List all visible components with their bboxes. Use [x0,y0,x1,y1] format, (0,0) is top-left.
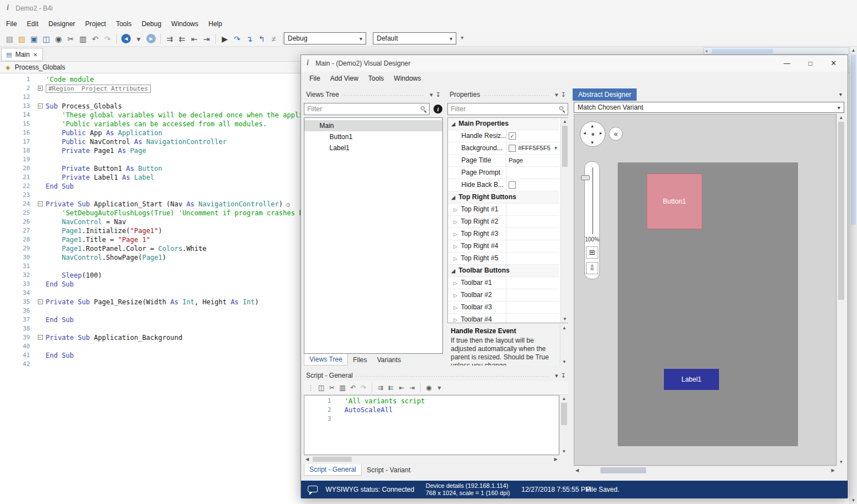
step-out-icon[interactable]: ↰ [255,33,268,45]
expand-icon[interactable]: ▷ [454,317,457,323]
scroll-down-icon[interactable]: ▼ [560,449,568,454]
zoom-slider-thumb[interactable] [581,175,590,180]
scrollbar-thumb[interactable] [600,467,646,473]
tab-close-icon[interactable]: ✕ [33,52,37,58]
property-value[interactable] [506,240,559,252]
scroll-up-icon[interactable]: ▲ [561,119,569,124]
property-value[interactable] [506,314,559,323]
toolbar-overflow-icon[interactable]: ▾ [434,383,445,393]
tree-item[interactable]: Label1 [304,142,442,154]
expand-icon[interactable]: ▷ [454,207,457,213]
expand-icon[interactable]: ▷ [454,231,457,237]
property-value[interactable] [506,277,559,289]
tab-main[interactable]: ▤ Main ✕ [1,48,43,61]
pan-down-icon[interactable]: ▾ [591,140,594,145]
menu-item[interactable]: Windows [389,72,426,85]
fold-toggle-icon[interactable]: − [35,298,46,307]
fold-toggle-icon[interactable]: + [35,84,46,93]
step-over-icon[interactable]: ↷ [231,33,243,45]
cut-icon[interactable]: ✂ [65,33,77,45]
outdent-icon[interactable]: ⇤ [396,383,407,393]
save-icon[interactable]: ▣ [28,33,40,45]
scrollbar-thumb[interactable] [562,126,568,167]
tab-script-general[interactable]: Script - General [304,464,362,476]
zoom-slider[interactable] [592,167,593,234]
menu-item[interactable]: Tools [111,17,136,31]
property-value[interactable] [506,302,559,313]
menu-item[interactable]: File [304,72,325,85]
properties-scrollbar[interactable]: ▲ ▼ [560,118,569,323]
fold-toggle-icon[interactable]: − [35,333,46,342]
new-file-icon[interactable]: ▤ [3,33,16,45]
debug-mode-select[interactable]: Debug ▾ [284,32,366,45]
close-button[interactable]: ✕ [824,57,843,70]
run-icon[interactable]: ▶ [219,33,231,45]
property-value[interactable]: #FFF5F5F5▾ [506,142,559,154]
cut-icon[interactable]: ✂ [327,383,337,393]
expand-icon[interactable]: ▷ [454,219,457,225]
fit-to-screen-icon[interactable]: ⊞ [586,246,598,259]
menu-item[interactable]: File [1,17,22,31]
code-line[interactable]: 2AutoScaleAll [304,406,559,414]
uncomment-icon[interactable]: ⇇ [386,383,396,393]
tree-item-main[interactable]: Main [304,120,442,131]
canvas-vertical-scrollbar[interactable]: ▲ ▼ [836,114,845,466]
navigate-back-list-icon[interactable]: ▾ [132,33,145,45]
help-scrollbar[interactable]: ▲ ▼ [560,324,568,365]
property-row[interactable]: Handle Resiz...✓ [448,130,559,142]
expand-icon[interactable]: ▷ [454,256,457,261]
script-editor[interactable]: 1'All variants script2AutoScaleAll3 [304,395,559,455]
property-value[interactable] [506,253,559,264]
expand-icon[interactable]: ▷ [454,305,457,310]
property-row[interactable]: ▷Toolbar #3 [448,302,559,314]
designer-title-bar[interactable]: i Main - (Demo2) Visual Designer — □ ✕ [301,55,848,72]
checkbox[interactable] [509,181,516,189]
pan-control[interactable]: ▴ ▾ ◂ ▸ [580,121,605,147]
find-icon[interactable]: ◉ [52,33,65,45]
drag-handle-icon[interactable]: ⋮ [306,383,316,393]
code-line[interactable]: 1'All variants script [304,397,559,406]
property-value[interactable] [506,289,559,301]
menu-item[interactable]: Designer [43,17,80,31]
collapse-icon[interactable]: ◢ [451,268,455,274]
pan-up-icon[interactable]: ▴ [591,123,594,129]
build-configuration-select[interactable]: Default ▾ [373,32,456,45]
property-row[interactable]: ▷Toolbar #1 [448,277,559,289]
scroll-down-icon[interactable]: ▼ [850,498,857,503]
property-row[interactable]: ▷Top Right #1 [448,204,559,216]
scroll-up-icon[interactable]: ▲ [560,396,568,401]
save-all-icon[interactable]: ◫ [40,33,52,45]
abstract-canvas[interactable]: ▴ ▾ ◂ ▸ « 100% ⊞ ⇩ Button1 [574,114,836,466]
outdent-icon[interactable]: ⇤ [188,33,200,45]
comment-icon[interactable]: ⇉ [375,383,386,393]
menu-item[interactable]: Project [80,17,111,31]
views-filter-input[interactable] [304,103,429,115]
property-row[interactable]: ◢Main Properties [448,118,559,130]
indent-icon[interactable]: ⇥ [407,383,417,393]
toolbar-overflow-icon[interactable]: ▾ [461,34,464,41]
scroll-down-icon[interactable]: ▼ [561,317,569,322]
undo-icon[interactable]: ↶ [348,383,358,393]
designer-page-canvas[interactable]: Button1 Label1 [618,162,798,446]
property-value[interactable] [506,167,559,179]
collapse-tools-button[interactable]: « [609,127,623,141]
undo-icon[interactable]: ↶ [89,33,101,45]
uncomment-icon[interactable]: ⇇ [176,33,188,45]
tab-variants[interactable]: Variants [372,354,406,365]
step-into-icon[interactable]: ↴ [243,33,255,45]
property-value[interactable] [506,216,559,228]
scroll-right-icon[interactable]: ▶ [831,466,835,475]
property-row[interactable]: ▷Top Right #4 [448,240,559,253]
scroll-left-icon[interactable]: ◀ [575,466,579,475]
navigate-forward-icon[interactable]: ▶ [146,34,156,43]
scroll-up-icon[interactable]: ▲ [837,115,845,120]
redo-icon[interactable]: ↷ [101,33,114,45]
fold-toggle-icon[interactable]: − [35,102,46,111]
tab-abstract-designer[interactable]: Abstract Designer [573,88,637,101]
canvas-horizontal-scrollbar[interactable]: ◀ ▶ [574,466,836,475]
expand-icon[interactable]: ▷ [454,280,457,286]
breakpoints-icon[interactable]: ≠ [268,33,280,45]
fold-toggle-icon[interactable]: − [35,200,46,209]
navigate-back-icon[interactable]: ◀ [121,34,131,43]
menu-item[interactable]: Help [204,17,228,31]
